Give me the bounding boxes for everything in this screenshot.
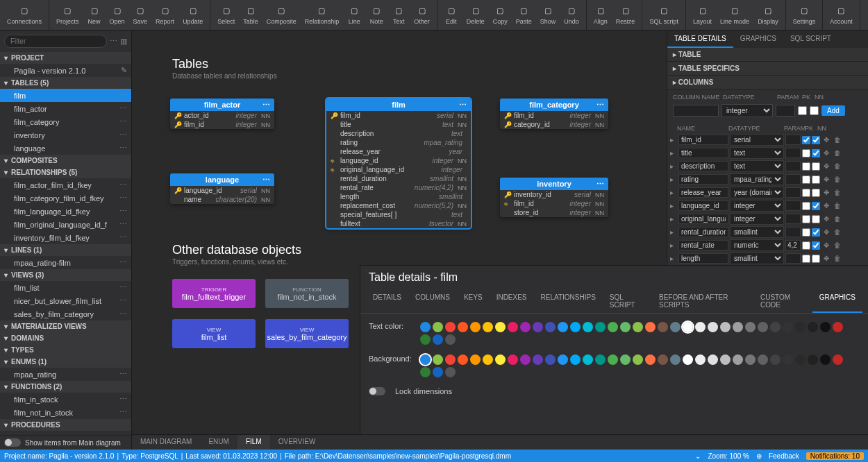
item-more-icon[interactable]: ⋯ [119,117,127,126]
col-type-select[interactable]: integer [730,213,784,225]
move-icon[interactable]: ✥ [821,202,831,209]
section-types[interactable]: ▾TYPES [0,344,131,356]
btab-relationships[interactable]: RELATIONSHIPS [534,289,603,313]
main-diagram-toggle[interactable] [4,438,21,447]
color-swatch[interactable] [520,354,531,365]
delete-icon[interactable]: 🗑 [833,149,842,157]
col-param-input[interactable] [785,161,801,171]
tree-item[interactable]: nicer_but_slower_film_list⋯ [0,294,131,307]
color-swatch[interactable] [820,322,831,332]
section-domains[interactable]: ▾DOMAINS [0,332,131,344]
item-more-icon[interactable]: ⋯ [119,233,127,242]
color-swatch[interactable] [570,354,581,365]
item-more-icon[interactable]: ⋯ [119,309,127,318]
color-swatch[interactable] [645,354,656,365]
table-column[interactable]: special_features[ ]text [326,210,471,219]
table-column[interactable]: replacement_costnumeric(5,2)NN [326,201,471,210]
item-more-icon[interactable]: ⋯ [119,395,127,404]
status-notifications[interactable]: Notifications: 10 [806,452,864,460]
item-more-icon[interactable]: ⋯ [119,258,127,267]
color-swatch[interactable] [833,354,843,365]
move-icon[interactable]: ✥ [821,149,831,157]
color-swatch[interactable] [658,354,668,365]
table-header[interactable]: film⋯ [326,99,471,111]
col-name-input[interactable] [678,174,728,185]
table-column[interactable]: ⎆language_idintegerNN [326,156,471,165]
rsection-table[interactable]: ▸ TABLE [667,48,868,62]
section-relationships[interactable]: ▾RELATIONSHIPS (5) [0,166,131,178]
move-icon[interactable]: ✥ [821,228,831,236]
col-param-input[interactable] [785,187,801,198]
dtab-overview[interactable]: OVERVIEW [270,435,324,450]
move-icon[interactable]: ✥ [821,136,831,144]
color-swatch[interactable] [795,354,806,365]
table-column[interactable]: ratingmpaa_rating [326,138,471,147]
table-film[interactable]: film⋯🔑film_idserialNNtitletextNNdescript… [326,99,471,228]
collapse-icon[interactable]: ⌄ [695,452,701,460]
btab-columns[interactable]: COLUMNS [408,289,457,313]
color-swatch[interactable] [733,354,743,365]
color-swatch[interactable] [433,322,443,332]
color-swatch[interactable] [445,367,456,377]
dtab-main-diagram[interactable]: MAIN DIAGRAM [132,435,200,450]
account-button[interactable]: ▢Account [826,0,857,30]
dtab-film[interactable]: FILM [237,435,270,450]
tree-item[interactable]: film_list⋯ [0,281,131,294]
text-button[interactable]: ▢Text [387,0,410,30]
delete-icon[interactable]: 🗑 [833,189,842,196]
color-swatch[interactable] [508,354,518,365]
color-swatch[interactable] [808,354,818,365]
section-tables[interactable]: ▾TABLES (5) [0,77,131,89]
col-type-select[interactable]: text [730,160,784,172]
move-icon[interactable]: ✥ [821,255,831,262]
expand-icon[interactable]: ▸ [670,149,677,157]
color-swatch[interactable] [433,367,443,377]
delete-icon[interactable]: 🗑 [833,255,842,262]
table-film_actor[interactable]: film_actor⋯🔑actor_idintegerNN🔑film_idint… [170,99,274,129]
table-menu-icon[interactable]: ⋯ [459,101,467,110]
color-swatch[interactable] [483,354,493,365]
open-button[interactable]: ▢Open [106,0,129,30]
color-swatch[interactable] [583,354,593,365]
col-param-input[interactable] [785,135,801,145]
color-swatch[interactable] [545,322,556,332]
col-param-input[interactable] [785,214,801,224]
color-swatch[interactable] [495,354,506,365]
col-type-select[interactable]: mpaa_rating (er [730,173,784,185]
color-swatch[interactable] [770,322,781,332]
tree-item[interactable]: film_in_stock⋯ [0,393,131,406]
tree-item[interactable]: film_not_in_stock⋯ [0,406,131,419]
tree-item[interactable]: film_language_id_fkey⋯ [0,205,131,218]
tree-item[interactable]: mpaa_rating⋯ [0,368,131,381]
item-more-icon[interactable]: ⋯ [119,104,127,113]
col-pk-check[interactable] [802,215,810,223]
table-column[interactable]: descriptiontext [326,129,471,138]
table-column[interactable]: fulltexttsvectorNN [326,219,471,228]
tree-item[interactable]: film_actor⋯ [0,102,131,115]
other-button[interactable]: ▢Other [410,0,434,30]
btab-indexes[interactable]: INDEXES [490,289,534,313]
settings-button[interactable]: ▢Settings [789,0,820,30]
tree-item[interactable]: language⋯ [0,142,131,155]
expand-icon[interactable]: ▸ [670,189,677,196]
col-nn-check[interactable] [812,149,820,157]
color-swatch[interactable] [758,322,768,332]
col-nn-check[interactable] [812,228,820,237]
col-pk-check[interactable] [802,241,810,250]
resize-button[interactable]: ▢Resize [612,0,640,30]
move-icon[interactable]: ✥ [821,176,831,183]
tree-item[interactable]: mpaa_rating-film⋯ [0,256,131,269]
color-swatch[interactable] [483,322,493,332]
edit-button[interactable]: ▢Edit [440,0,462,30]
rtab-sql-script[interactable]: SQL SCRIPT [783,31,838,48]
color-swatch[interactable] [758,354,768,365]
rtab-graphics[interactable]: GRAPHICS [733,31,783,48]
table-header[interactable]: language⋯ [170,173,274,186]
col-name-input[interactable] [678,200,728,211]
col-pk-check[interactable] [802,136,810,144]
table-column[interactable]: rental_durationsmallintNN [326,174,471,183]
color-swatch[interactable] [445,322,456,332]
table-column[interactable]: lengthsmallint [326,192,471,201]
table-column[interactable]: store_idintegerNN [500,208,608,217]
color-swatch[interactable] [520,322,531,332]
